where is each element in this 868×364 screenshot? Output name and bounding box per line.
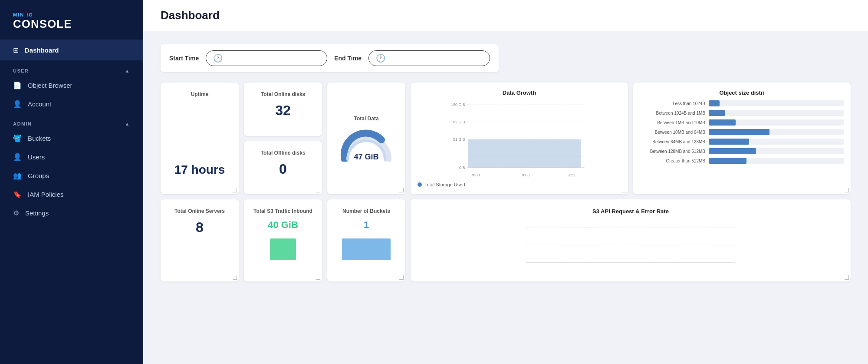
- bar-row: Greater than 512MB: [640, 158, 844, 164]
- bar-track: [709, 139, 844, 145]
- buckets-icon: 🪣: [13, 134, 22, 142]
- end-time-input-wrapper[interactable]: 🕐: [368, 50, 490, 66]
- svg-text:0 B: 0 B: [459, 165, 465, 170]
- sidebar-item-users[interactable]: 👤 Users: [0, 148, 143, 166]
- sidebar-item-buckets[interactable]: 🪣 Buckets: [0, 129, 143, 148]
- bar-row: Between 128MB and 512MB: [640, 148, 844, 154]
- page-title: Dashboard: [161, 9, 851, 22]
- bar-label: Greater than 512MB: [640, 159, 705, 163]
- online-servers-value: 8: [169, 219, 230, 235]
- iam-label: IAM Policies: [28, 191, 64, 198]
- s3-traffic-title: Total S3 Traffic Inbound: [253, 208, 313, 214]
- main-content: Dashboard Start Time 🕐 End Time 🕐 Uptime…: [143, 0, 868, 364]
- dashboard-icon: ⊞: [13, 46, 19, 54]
- gauge-label: 47 GiB: [354, 152, 378, 162]
- s3-traffic-value: 40 GiB: [253, 219, 313, 231]
- sidebar-section-user: USER ▲: [0, 60, 143, 76]
- start-time-label: Start Time: [169, 55, 199, 62]
- bar-fill: [709, 148, 756, 154]
- data-growth-legend: Total Storage Used: [418, 182, 621, 187]
- sidebar-item-settings[interactable]: ⚙ Settings: [0, 204, 143, 222]
- sidebar-item-iam-policies[interactable]: 🔖 IAM Policies: [0, 185, 143, 204]
- svg-text:51 GiB: 51 GiB: [453, 137, 465, 142]
- groups-label: Groups: [28, 172, 49, 179]
- dashboard-grid: Uptime 17 hours Total Online disks 32 To…: [161, 83, 851, 281]
- bar-label: Between 128MB and 512MB: [640, 149, 705, 154]
- bar-track: [709, 100, 844, 106]
- sidebar-item-groups[interactable]: 👥 Groups: [0, 166, 143, 185]
- card-s3-api: S3 API Request & Error Rate: [411, 199, 851, 281]
- start-time-input[interactable]: [226, 55, 320, 62]
- sidebar-item-account[interactable]: 👤 Account: [0, 95, 143, 113]
- card-offline-disks: Total Offline disks 0: [244, 141, 322, 195]
- card-uptime: Uptime 17 hours: [161, 83, 239, 194]
- bar-fill: [709, 119, 736, 126]
- object-browser-label: Object Browser: [28, 82, 72, 89]
- svg-text:9:06: 9:06: [522, 173, 530, 177]
- s3-api-title: S3 API Request & Error Rate: [419, 208, 842, 215]
- corner-bracket-br3: [316, 188, 320, 192]
- num-buckets-title: Number of Buckets: [336, 208, 397, 214]
- corner-bracket-br10: [845, 275, 849, 280]
- online-disks-title: Total Online disks: [253, 91, 313, 97]
- start-time-input-wrapper[interactable]: 🕐: [206, 50, 327, 66]
- data-growth-chart: 190 GiB 102 GiB 51 GiB 0 B 9:00 9:06 9:1…: [418, 100, 621, 179]
- end-time-label: End Time: [334, 55, 362, 62]
- dashboard-label: Dashboard: [25, 46, 59, 54]
- uptime-value: 17 hours: [169, 163, 230, 185]
- s3-api-svg: [419, 219, 842, 271]
- object-browser-icon: 📄: [13, 81, 22, 89]
- offline-disks-value: 0: [253, 161, 313, 177]
- sidebar: MIN IO CONSOLE ⊞ Dashboard USER ▲ 📄 Obje…: [0, 0, 143, 364]
- card-online-servers: Total Online Servers 8: [161, 199, 239, 281]
- bar-track: [709, 148, 844, 154]
- object-size-title: Object size distri: [640, 89, 844, 96]
- bar-track: [709, 119, 844, 126]
- bar-label: Between 64MB and 128MB: [640, 139, 705, 144]
- card-s3-traffic: Total S3 Traffic Inbound 40 GiB: [244, 199, 322, 281]
- card-total-data: Total Data 47 GiB: [327, 83, 405, 194]
- s3-bar: [270, 238, 296, 260]
- sidebar-logo: MIN IO CONSOLE: [0, 0, 143, 40]
- logo-mini: MIN IO: [13, 12, 130, 17]
- bar-fill: [709, 129, 769, 135]
- bar-fill: [709, 100, 720, 106]
- content-area: Start Time 🕐 End Time 🕐 Uptime 17 hours …: [143, 31, 868, 364]
- s3-bar-container: [253, 234, 313, 260]
- card-online-disks: Total Online disks 32: [244, 83, 322, 136]
- bar-fill: [709, 158, 746, 164]
- online-servers-title: Total Online Servers: [169, 208, 230, 214]
- users-icon: 👤: [13, 153, 22, 161]
- buckets-label: Buckets: [28, 135, 51, 142]
- bar-track: [709, 158, 844, 164]
- data-growth-svg: 190 GiB 102 GiB 51 GiB 0 B 9:00 9:06 9:1…: [418, 100, 621, 181]
- buckets-bar-container: [336, 234, 397, 260]
- account-label: Account: [28, 100, 51, 108]
- svg-text:190 GiB: 190 GiB: [451, 103, 465, 107]
- online-disks-value: 32: [253, 103, 313, 119]
- num-buckets-value: 1: [336, 219, 397, 231]
- corner-bracket-br5: [622, 188, 626, 192]
- bar-track: [709, 129, 844, 135]
- buckets-bar: [342, 238, 391, 260]
- corner-bracket-br7: [233, 275, 237, 280]
- users-label: Users: [28, 153, 45, 161]
- start-clock-icon: 🕐: [213, 53, 223, 63]
- groups-icon: 👥: [13, 172, 22, 180]
- gauge-container: 47 GiB: [338, 127, 395, 162]
- total-data-title: Total Data: [354, 116, 378, 122]
- legend-label: Total Storage Used: [424, 182, 465, 187]
- sidebar-item-dashboard[interactable]: ⊞ Dashboard: [0, 40, 143, 60]
- logo-console: CONSOLE: [13, 17, 130, 31]
- topbar: Dashboard: [143, 0, 868, 31]
- bar-row: Between 1MB and 10MB: [640, 119, 844, 126]
- card-data-growth: Data Growth 190 GiB 102 GiB 51 GiB 0 B: [411, 83, 628, 194]
- sidebar-item-object-browser[interactable]: 📄 Object Browser: [0, 76, 143, 95]
- iam-icon: 🔖: [13, 190, 22, 199]
- bar-label: Between 1MB and 10MB: [640, 120, 705, 125]
- end-time-input[interactable]: [389, 55, 483, 62]
- svg-text:102 GiB: 102 GiB: [451, 120, 465, 124]
- corner-bracket-br2: [316, 130, 320, 134]
- uptime-title: Uptime: [169, 91, 230, 97]
- bar-row: Between 64MB and 128MB: [640, 139, 844, 145]
